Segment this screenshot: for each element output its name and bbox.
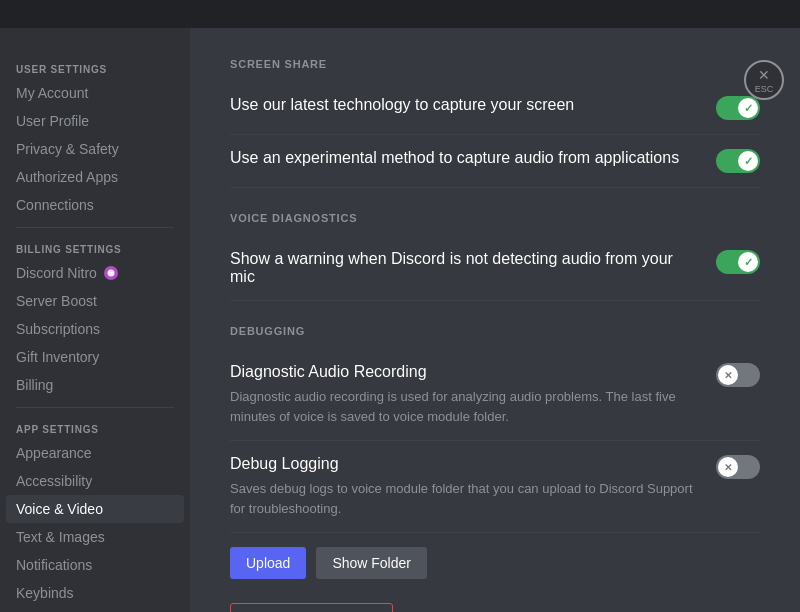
setting-text-debug-logging: Debug LoggingSaves debug logs to voice m…	[230, 455, 696, 518]
sidebar-item-connections[interactable]: Connections	[6, 191, 184, 219]
close-icon: ✕	[758, 67, 770, 83]
sidebar-divider	[16, 227, 174, 228]
setting-latest-tech: Use our latest technology to capture you…	[230, 82, 760, 135]
toggle-knob-diagnostic-audio: ✕	[718, 365, 738, 385]
setting-control-warning-no-audio: ✓	[716, 250, 760, 274]
setting-label-warning-no-audio: Show a warning when Discord is not detec…	[230, 250, 696, 286]
sidebar-item-label: Voice & Video	[16, 501, 103, 517]
sidebar-item-label: Billing	[16, 377, 53, 393]
setting-control-diagnostic-audio: ✕	[716, 363, 760, 387]
sidebar-item-authorized-apps[interactable]: Authorized Apps	[6, 163, 184, 191]
setting-diagnostic-audio: Diagnostic Audio RecordingDiagnostic aud…	[230, 349, 760, 441]
sidebar-item-label: Discord Nitro	[16, 265, 97, 281]
sidebar-item-label: Server Boost	[16, 293, 97, 309]
sidebar-item-voice-video[interactable]: Voice & Video	[6, 495, 184, 523]
sidebar-section-label: BILLING SETTINGS	[6, 236, 184, 259]
sidebar-item-label: Subscriptions	[16, 321, 100, 337]
show-folder-button[interactable]: Show Folder	[316, 547, 427, 579]
esc-button[interactable]: ✕ ESC	[744, 60, 784, 100]
sidebar: USER SETTINGSMy AccountUser ProfilePriva…	[0, 28, 190, 612]
sidebar-item-label: Notifications	[16, 557, 92, 573]
setting-control-experimental-audio: ✓	[716, 149, 760, 173]
x-icon: ✕	[724, 370, 732, 381]
main-content: SCREEN SHAREUse our latest technology to…	[190, 28, 800, 612]
section-voice-diagnostics: VOICE DIAGNOSTICSShow a warning when Dis…	[230, 212, 760, 301]
sidebar-item-label: Gift Inventory	[16, 349, 99, 365]
app-body: USER SETTINGSMy AccountUser ProfilePriva…	[0, 28, 800, 612]
check-icon: ✓	[744, 155, 753, 168]
debug-btn-row: UploadShow Folder	[230, 547, 760, 579]
section-debugging: DEBUGGINGDiagnostic Audio RecordingDiagn…	[230, 325, 760, 579]
sidebar-item-label: Privacy & Safety	[16, 141, 119, 157]
sidebar-divider	[16, 407, 174, 408]
setting-label-latest-tech: Use our latest technology to capture you…	[230, 96, 696, 114]
setting-warning-no-audio: Show a warning when Discord is not detec…	[230, 236, 760, 301]
setting-control-latest-tech: ✓	[716, 96, 760, 120]
svg-point-1	[107, 270, 114, 277]
sidebar-item-label: Text & Images	[16, 529, 105, 545]
setting-label-debug-logging: Debug Logging	[230, 455, 696, 473]
toggle-knob-warning-no-audio: ✓	[738, 252, 758, 272]
toggle-latest-tech[interactable]: ✓	[716, 96, 760, 120]
sidebar-item-subscriptions[interactable]: Subscriptions	[6, 315, 184, 343]
reset-row: Reset Voice Settings	[230, 603, 760, 612]
setting-debug-logging: Debug LoggingSaves debug logs to voice m…	[230, 441, 760, 533]
toggle-experimental-audio[interactable]: ✓	[716, 149, 760, 173]
toggle-warning-no-audio[interactable]: ✓	[716, 250, 760, 274]
section-header-debugging: DEBUGGING	[230, 325, 760, 337]
toggle-knob-latest-tech: ✓	[738, 98, 758, 118]
section-header-voice-diagnostics: VOICE DIAGNOSTICS	[230, 212, 760, 224]
upload-button[interactable]: Upload	[230, 547, 306, 579]
toggle-diagnostic-audio[interactable]: ✕	[716, 363, 760, 387]
nitro-icon	[103, 265, 119, 281]
sidebar-section-label: APP SETTINGS	[6, 416, 184, 439]
esc-label: ESC	[755, 84, 774, 94]
setting-experimental-audio: Use an experimental method to capture au…	[230, 135, 760, 188]
section-screen-share: SCREEN SHAREUse our latest technology to…	[230, 58, 760, 188]
toggle-debug-logging[interactable]: ✕	[716, 455, 760, 479]
sidebar-item-label: Connections	[16, 197, 94, 213]
setting-text-experimental-audio: Use an experimental method to capture au…	[230, 149, 696, 167]
setting-label-experimental-audio: Use an experimental method to capture au…	[230, 149, 696, 167]
toggle-knob-debug-logging: ✕	[718, 457, 738, 477]
setting-text-latest-tech: Use our latest technology to capture you…	[230, 96, 696, 114]
sidebar-item-label: My Account	[16, 85, 88, 101]
setting-text-diagnostic-audio: Diagnostic Audio RecordingDiagnostic aud…	[230, 363, 696, 426]
sidebar-item-label: Appearance	[16, 445, 92, 461]
setting-description-diagnostic-audio: Diagnostic audio recording is used for a…	[230, 387, 696, 426]
setting-text-warning-no-audio: Show a warning when Discord is not detec…	[230, 250, 696, 286]
sidebar-item-label: User Profile	[16, 113, 89, 129]
sidebar-item-privacy-safety[interactable]: Privacy & Safety	[6, 135, 184, 163]
sidebar-item-discord-nitro[interactable]: Discord Nitro	[6, 259, 184, 287]
sidebar-item-label: Keybinds	[16, 585, 74, 601]
check-icon: ✓	[744, 256, 753, 269]
sidebar-item-notifications[interactable]: Notifications	[6, 551, 184, 579]
sidebar-item-gift-inventory[interactable]: Gift Inventory	[6, 343, 184, 371]
reset-voice-settings-button[interactable]: Reset Voice Settings	[230, 603, 393, 612]
section-header-screen-share: SCREEN SHARE	[230, 58, 760, 70]
sidebar-item-appearance[interactable]: Appearance	[6, 439, 184, 467]
sidebar-item-user-profile[interactable]: User Profile	[6, 107, 184, 135]
sidebar-item-my-account[interactable]: My Account	[6, 79, 184, 107]
setting-description-debug-logging: Saves debug logs to voice module folder …	[230, 479, 696, 518]
toggle-knob-experimental-audio: ✓	[738, 151, 758, 171]
sidebar-item-label: Authorized Apps	[16, 169, 118, 185]
sidebar-section-label: USER SETTINGS	[6, 56, 184, 79]
x-icon: ✕	[724, 462, 732, 473]
setting-label-diagnostic-audio: Diagnostic Audio Recording	[230, 363, 696, 381]
title-bar	[0, 0, 800, 28]
sidebar-item-billing[interactable]: Billing	[6, 371, 184, 399]
sidebar-item-text-images[interactable]: Text & Images	[6, 523, 184, 551]
sidebar-item-label: Accessibility	[16, 473, 92, 489]
sidebar-item-accessibility[interactable]: Accessibility	[6, 467, 184, 495]
sidebar-item-server-boost[interactable]: Server Boost	[6, 287, 184, 315]
sidebar-item-keybinds[interactable]: Keybinds	[6, 579, 184, 607]
check-icon: ✓	[744, 102, 753, 115]
setting-control-debug-logging: ✕	[716, 455, 760, 479]
